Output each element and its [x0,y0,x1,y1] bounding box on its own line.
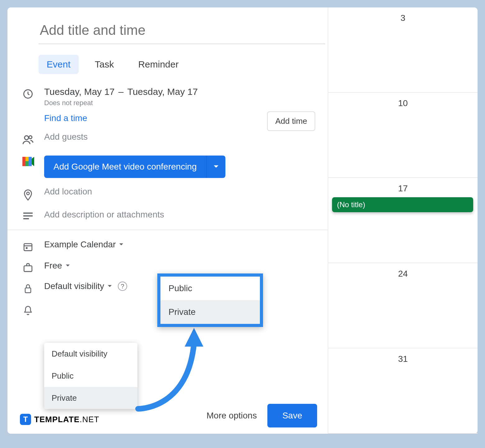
location-pin-icon [21,187,35,201]
day-number: 31 [398,354,408,364]
calendar-icon [21,240,35,252]
meet-dropdown-button[interactable] [207,156,225,178]
calendar-select-row[interactable]: Example Calendar [21,240,318,252]
visibility-option-default[interactable]: Default visibility [44,343,137,365]
date-range[interactable]: Tuesday, May 17 – Tuesday, May 17 [44,86,318,97]
add-guests-label: Add guests [44,132,88,142]
highlight-option-public: Public [160,277,260,300]
tab-reminder[interactable]: Reminder [130,55,187,74]
bell-icon [21,303,35,316]
event-title-input[interactable] [39,20,325,44]
day-number: 3 [400,13,405,23]
tab-task[interactable]: Task [87,55,122,74]
add-location-label: Add location [44,187,92,196]
calendar-day-cell[interactable]: 31 [328,348,478,434]
section-divider [7,230,328,230]
svg-rect-4 [25,157,29,161]
calendar-event-block[interactable]: (No title) [332,197,473,212]
visibility-option-public[interactable]: Public [44,365,137,387]
chevron-down-icon [107,285,112,288]
help-icon[interactable]: ? [118,282,127,291]
date-dash: – [118,86,124,97]
svg-rect-14 [26,247,28,249]
guests-row[interactable]: Add guests [21,132,318,146]
panel-footer: More options Save [206,404,317,427]
day-number: 10 [398,98,408,108]
start-date: Tuesday, May 17 [44,86,115,97]
calendar-day-cell[interactable]: 10 [328,93,478,178]
briefcase-icon [21,261,35,273]
location-row[interactable]: Add location [21,187,318,201]
add-time-button[interactable]: Add time [267,111,315,131]
meet-button-group: Add Google Meet video conferencing [44,156,318,178]
availability-label: Free [44,261,62,271]
more-options-button[interactable]: More options [206,411,257,421]
description-row[interactable]: Add description or attachments [21,210,318,220]
visibility-selector[interactable]: Default visibility [44,281,112,291]
svg-rect-6 [29,157,32,166]
watermark: T TEMPLATE.NET [20,414,99,425]
svg-point-1 [25,136,29,140]
lock-icon [21,281,35,294]
svg-rect-15 [24,266,32,271]
description-icon [21,210,35,220]
day-number: 17 [398,184,408,193]
calendar-day-cell[interactable]: 3 [328,7,478,93]
annotation-highlight-box: Public Private [157,273,263,327]
chevron-down-icon [65,264,70,267]
availability-selector[interactable]: Free [44,261,318,271]
google-meet-icon [21,154,35,167]
watermark-text: TEMPLATE.NET [34,415,99,424]
tab-event[interactable]: Event [39,55,79,74]
selected-calendar-label: Example Calendar [44,240,116,250]
visibility-current-label: Default visibility [44,281,104,291]
calendar-day-cell[interactable]: 17 (No title) [328,178,478,263]
availability-row[interactable]: Free [21,261,318,273]
people-icon [21,132,35,146]
visibility-option-private[interactable]: Private [44,387,137,409]
meet-row: Add Google Meet video conferencing [21,154,318,178]
svg-rect-12 [24,244,32,251]
repeat-label[interactable]: Does not repeat [44,99,318,107]
svg-point-8 [27,192,30,195]
visibility-dropdown-menu: Default visibility Public Private [44,343,137,409]
svg-rect-3 [22,157,25,166]
svg-rect-16 [25,288,31,292]
end-date: Tuesday, May 17 [127,86,198,97]
add-description-label: Add description or attachments [44,210,164,219]
svg-rect-5 [25,161,29,166]
svg-marker-7 [32,157,34,166]
calendar-grid: 3 10 17 (No title) 24 31 [328,7,478,434]
event-type-tabs: Event Task Reminder [39,55,318,74]
save-button[interactable]: Save [267,404,317,427]
highlight-option-private: Private [160,300,260,324]
add-meet-button[interactable]: Add Google Meet video conferencing [44,156,207,178]
watermark-icon: T [20,414,31,425]
svg-point-2 [29,136,32,139]
event-create-panel: Event Task Reminder Tuesday, May 17 – Tu… [7,7,328,434]
clock-icon [21,86,35,100]
day-number: 24 [398,269,408,278]
chevron-down-icon [119,243,124,246]
calendar-selector[interactable]: Example Calendar [44,240,318,250]
calendar-day-cell[interactable]: 24 [328,263,478,348]
app-frame: Event Task Reminder Tuesday, May 17 – Tu… [7,7,478,434]
